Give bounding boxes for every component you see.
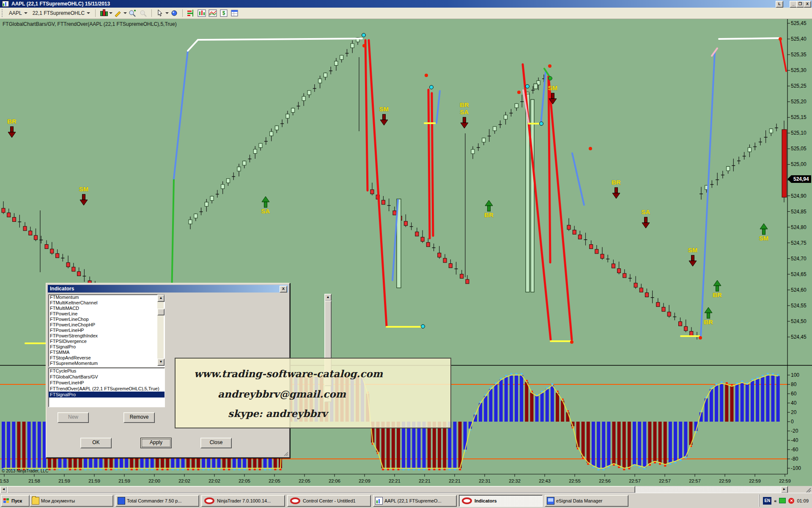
up-arrow-icon [264,202,267,207]
price-tick-label: 524,75 [791,240,807,246]
chart-indicator-label: FTGlobalChartBars/GV, FTTrendOver(AAPL (… [3,21,177,27]
scroll-down-icon[interactable]: ▼ [157,359,165,366]
chevron-down-icon[interactable] [165,12,169,16]
applied-indicator-item[interactable]: FTTrendOver(AAPL (22,1 FTSupremeOHLC),5,… [49,386,165,392]
indicator-item[interactable]: FTPowerLineChop [49,317,165,322]
window-title: AAPL (22,1 FTSupremeOHLC) 15/11/2013 [11,1,110,7]
taskbar-button[interactable]: Мои документы [30,495,113,507]
restore-button[interactable]: ❐ [796,1,804,8]
price-tick-label: 524,65 [791,271,807,277]
indicator-item[interactable]: FTPowerLine [49,311,165,317]
time-tick-label: 22:59 [719,478,731,483]
taskbar-button[interactable]: Total Commander 7.50 p... [115,495,199,507]
new-button[interactable]: New [58,412,89,423]
scroll-right-icon[interactable]: ► [781,486,788,493]
indicator-item[interactable]: FTSMMA [49,350,165,355]
pointer-icon[interactable] [156,9,164,17]
applied-indicator-item[interactable]: FTPowerLineHP [49,380,165,386]
dollar-icon[interactable]: $ [219,9,228,17]
taskbar-button[interactable]: Control Center - Untitled1 [287,495,371,507]
indicator-item[interactable]: FTMultiMACD [49,306,165,311]
indicator-item[interactable]: FTPowerLineChopHP [49,322,165,328]
security-shield-icon[interactable]: ✕ [788,498,794,504]
horizontal-scrollbar[interactable]: ◄ ► [0,486,812,493]
scroll-thumb[interactable] [157,309,165,315]
dialog-title: Indicators [50,286,74,292]
dialog-close-icon[interactable]: X [280,286,287,293]
tray-clock[interactable]: 01:09 [797,498,809,503]
data-grid-icon[interactable] [230,9,239,17]
indicator-item[interactable]: FTPowerStrengthIndex [49,333,165,339]
indicator-item[interactable]: FTMomentum [49,295,165,300]
start-button[interactable]: Пуск [1,495,30,507]
zoom-in-icon[interactable] [128,9,137,17]
indicator-item[interactable]: FTSignalPro [49,344,165,350]
apply-button[interactable]: Apply [140,438,172,448]
time-tick-label: 22:05 [269,478,280,483]
taskbar-button[interactable]: AAPL (22,1 FTSupremeO... [373,495,457,507]
windows-logo-icon [3,498,10,504]
close-dialog-button[interactable]: Close [200,438,232,448]
taskbar-button[interactable]: eSignal Data Manager [545,495,628,507]
watermark-line: andreybbrv@gmail.com [218,388,346,400]
applied-indicator-item[interactable]: FTCyclePlus [49,368,165,374]
network-icon[interactable] [779,498,786,503]
applied-indicator-item[interactable]: FTGlobalChartBars/GV [49,374,165,380]
app-window: BRSMSASMBRSABRSMBRSASMBRBRSM525,45525,40… [0,0,812,508]
window-resize-grip[interactable] [805,487,811,493]
available-indicators-list[interactable]: FTMomentumFTMultiKeltnerChannelFTMultiMA… [48,294,165,367]
pencil-icon[interactable] [114,9,122,17]
bars-style-icon[interactable] [99,9,108,17]
taskbar-button[interactable]: Indicators [459,495,543,507]
scroll-thumb[interactable] [7,486,635,493]
ok-button[interactable]: OK [80,438,112,448]
language-indicator[interactable]: EN [763,497,771,505]
line-chart-icon[interactable] [208,9,217,17]
market-analyzer-icon[interactable] [187,9,195,17]
indicator-item[interactable]: FTMultiKeltnerChannel [49,300,165,306]
toolbar-separator [151,9,152,17]
chart-window-icon[interactable] [198,9,206,17]
time-tick-label: 22:00 [148,478,160,483]
scroll-up-icon[interactable]: ▲ [157,295,165,302]
scroll-up-icon[interactable]: ▲ [324,294,332,301]
signal-label: BR [713,291,722,298]
chevron-down-icon[interactable] [123,12,127,16]
chevron-down-icon [24,12,27,16]
time-tick-label: 21:59 [88,478,100,483]
signal-label: BR [484,211,494,218]
watermark-line: www.trading-software-catalog.com [194,368,383,379]
time-tick-label: 22:59 [779,478,791,483]
interval-label: 22,1 FTSupremeOHLC [33,10,85,16]
zoom-out-icon[interactable] [139,9,148,17]
resize-grip[interactable] [283,451,288,456]
taskbar-button[interactable]: NinjaTrader 7.0.1000.14... [201,495,285,507]
applied-indicators-list[interactable]: FTCyclePlusFTGlobalChartBars/GVFTPowerLi… [48,367,165,407]
dialog-title-bar[interactable]: Indicators X [48,285,288,293]
time-tick-label: 22:57 [689,478,701,483]
toolbar-grip[interactable] [2,9,5,17]
search-icon[interactable] [170,9,178,17]
title-bar[interactable]: AAPL (22,1 FTSupremeOHLC) 15/11/2013 L _… [0,0,812,8]
indicator-item[interactable]: FTSupremeMomentum [49,361,165,366]
price-tick-label: 525,15 [791,114,807,120]
down-arrow-icon [551,93,554,99]
tray-chevron[interactable]: « [774,498,776,503]
time-tick-label: 22:31 [479,478,491,483]
scroll-left-icon[interactable]: ◄ [0,486,7,493]
available-list-scrollbar[interactable]: ▲ ▼ [157,295,164,366]
instrument-dropdown[interactable]: AAPL [6,9,30,17]
interval-dropdown[interactable]: 22,1 FTSupremeOHLC [30,9,93,17]
remove-button[interactable]: Remove [123,412,155,423]
applied-indicator-item[interactable]: FTSignalPro [49,392,165,398]
indicator-item[interactable]: FTStopAndReverse [49,355,165,361]
toolbar-separator [182,9,183,17]
chevron-down-icon[interactable] [109,12,112,16]
instrument-label: AAPL [9,10,22,16]
time-tick-label: 22:06 [329,478,340,483]
indicator-item[interactable]: FTPowerLineHP [49,328,165,333]
time-tick-label: 22:56 [599,478,611,483]
indicator-item[interactable]: FTPSIDivergence [49,339,165,344]
link-button[interactable]: L [776,1,783,8]
close-button[interactable]: X [804,1,811,8]
